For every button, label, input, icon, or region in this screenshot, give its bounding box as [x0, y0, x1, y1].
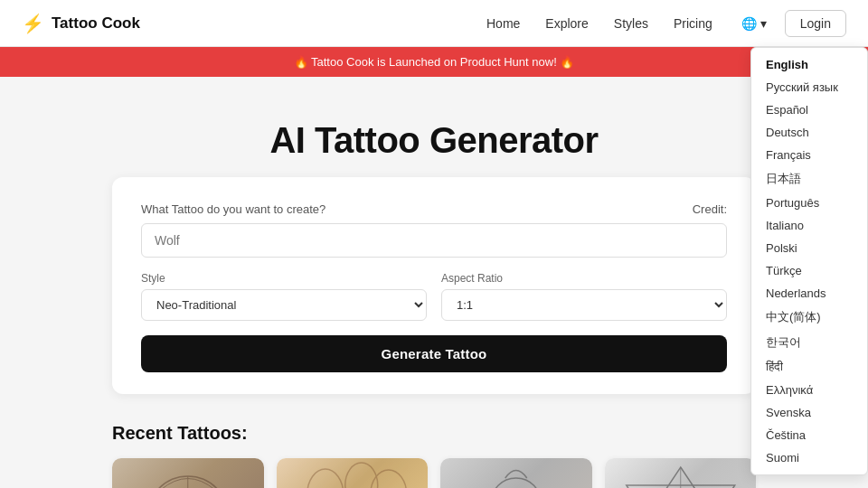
aspect-ratio-select[interactable]: 1:1 4:3 16:9 3:4 9:16 [441, 289, 727, 321]
svg-point-6 [344, 463, 377, 488]
prompt-field-row: What Tattoo do you want to create? Credi… [141, 202, 727, 216]
tattoos-grid: Bread Biomechanical Cr [112, 458, 756, 488]
brand-logo[interactable]: ⚡ Tattoo Cook [22, 13, 140, 34]
lang-spanish[interactable]: Español [751, 99, 867, 121]
style-select[interactable]: Neo-Traditional Traditional Realism Blac… [141, 289, 427, 321]
nav-pricing[interactable]: Pricing [674, 16, 712, 31]
generate-button[interactable]: Generate Tattoo [141, 335, 727, 372]
tattoo-card-nordic[interactable]: blackwork cyber tribal nordic runes Abst… [605, 458, 757, 488]
page-title: AI Tattoo Generator [112, 120, 756, 161]
nav-links: Home Explore Styles Pricing [486, 16, 712, 31]
lang-swedish[interactable]: Svenska [751, 401, 867, 424]
lang-german[interactable]: Deutsch [751, 121, 867, 144]
lang-polish[interactable]: Polski [751, 237, 867, 259]
lang-turkish[interactable]: Türkçe [751, 259, 867, 282]
tattoo-card-croissant[interactable]: Croissant Horror [277, 458, 429, 488]
lang-dutch[interactable]: Nederlands [751, 282, 867, 305]
lang-hindi[interactable]: हिंदी [751, 355, 867, 379]
generator-section: What Tattoo do you want to create? Credi… [112, 177, 756, 394]
nav-home[interactable]: Home [486, 16, 520, 31]
language-button[interactable]: 🌐 ▾ [734, 13, 774, 34]
lang-finnish[interactable]: Suomi [751, 446, 867, 469]
tattoo-image-cock [440, 458, 592, 488]
lang-italian[interactable]: Italiano [751, 214, 867, 237]
aspect-ratio-group: Aspect Ratio 1:1 4:3 16:9 3:4 9:16 [441, 272, 727, 321]
brand-name: Tattoo Cook [52, 14, 140, 33]
navbar-right: 🌐 ▾ Login [734, 10, 846, 37]
prompt-label: What Tattoo do you want to create? [141, 202, 326, 216]
navbar: ⚡ Tattoo Cook Home Explore Styles Pricin… [0, 0, 868, 47]
lang-arrow: ▾ [760, 16, 767, 31]
aspect-ratio-label: Aspect Ratio [441, 272, 727, 285]
lang-czech[interactable]: Čeština [751, 424, 867, 446]
nav-explore[interactable]: Explore [545, 16, 588, 31]
lang-chinese[interactable]: 中文(简体) [751, 305, 867, 330]
svg-point-10 [370, 470, 406, 488]
credit-label: Credit: [693, 202, 727, 216]
recent-tattoos-title: Recent Tattoos: [112, 423, 756, 444]
tattoo-image-nordic [605, 458, 757, 488]
tattoo-card-bread[interactable]: Bread Biomechanical [112, 458, 264, 488]
announcement-banner: 🔥 Tattoo Cook is Launched on Product Hun… [0, 47, 868, 77]
lang-korean[interactable]: 한국어 [751, 330, 867, 355]
style-group: Style Neo-Traditional Traditional Realis… [141, 272, 427, 321]
svg-point-5 [307, 469, 343, 488]
select-row: Style Neo-Traditional Traditional Realis… [141, 272, 727, 321]
lang-japanese[interactable]: 日本語 [751, 166, 867, 192]
announcement-text: 🔥 Tattoo Cook is Launched on Product Hun… [294, 55, 575, 69]
lang-russian[interactable]: Русский язык [751, 76, 867, 99]
svg-point-11 [491, 478, 542, 488]
main-content: AI Tattoo Generator What Tattoo do you w… [90, 77, 778, 488]
brand-icon: ⚡ [22, 13, 44, 34]
tattoo-prompt-input[interactable] [141, 223, 727, 258]
lang-portuguese[interactable]: Português [751, 192, 867, 214]
nav-styles[interactable]: Styles [614, 16, 648, 31]
lang-french[interactable]: Français [751, 144, 867, 166]
lang-greek[interactable]: Ελληνικά [751, 379, 867, 401]
tattoo-card-cock[interactable]: Cock 3D [440, 458, 592, 488]
login-button[interactable]: Login [785, 10, 846, 37]
tattoo-image-bread [112, 458, 264, 488]
language-dropdown: English Русский язык Español Deutsch Fra… [750, 47, 868, 475]
style-label: Style [141, 272, 427, 285]
globe-icon: 🌐 [741, 16, 757, 31]
tattoo-image-croissant [277, 458, 429, 488]
lang-english[interactable]: English [751, 53, 867, 76]
